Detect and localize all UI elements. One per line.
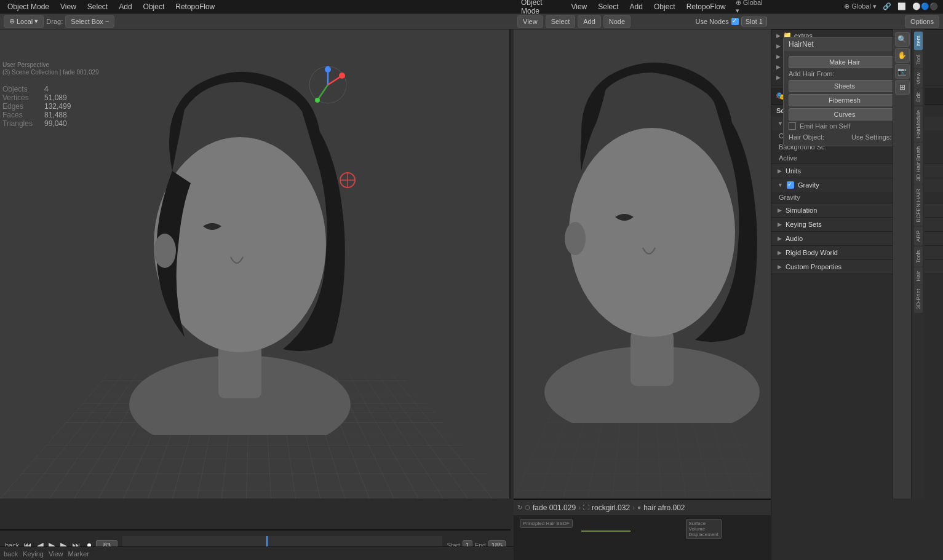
bc-rockgirl[interactable]: rockgirl.032 xyxy=(592,503,630,512)
head-3d-right xyxy=(538,42,766,423)
vtab-tools[interactable]: Tools xyxy=(914,246,923,267)
transform-local-btn[interactable]: ⊕ Local ▾ xyxy=(4,15,44,28)
viewport-perspective-label: User Perspective xyxy=(2,61,49,68)
back-btn[interactable]: back xyxy=(4,550,18,558)
bottom-bar-left: back Keying View Marker xyxy=(0,546,514,560)
vtab-tool[interactable]: Tool xyxy=(914,51,923,69)
viewport-left[interactable]: User Perspective (3) Scene Collection | … xyxy=(0,30,511,499)
menu-retopoflow[interactable]: RetopoFlow xyxy=(170,1,220,12)
node-principled[interactable]: Principled Hair BSDF xyxy=(520,519,573,528)
units-collapse-arrow: ▶ xyxy=(778,168,782,174)
vtab-edit[interactable]: Edit xyxy=(914,89,923,106)
make-hair-btn[interactable]: Make Hair xyxy=(789,56,901,68)
menu-add-r[interactable]: Add xyxy=(625,1,648,12)
hair-icon-bc: ● xyxy=(637,504,641,511)
marker-btn[interactable]: Marker xyxy=(68,550,89,558)
beard-expand: ▶ xyxy=(776,43,781,49)
menu-object[interactable]: Object xyxy=(138,1,170,12)
svg-point-14 xyxy=(315,98,320,103)
toolbar-search-btn[interactable]: 🔍 xyxy=(895,32,910,47)
toolbar-hand-btn[interactable]: ✋ xyxy=(895,48,910,63)
gravity-section-title: Gravity xyxy=(798,181,819,189)
custom-props-title: Custom Properties xyxy=(786,263,842,270)
select-btn-r[interactable]: Select xyxy=(546,15,576,28)
node-toolbar: ↻ ⬡ fade 001.029 › ⛶ rockgirl.032 › ● ha… xyxy=(514,500,771,516)
vtab-3dhairbrush[interactable]: 3D Hair Brush xyxy=(914,143,923,185)
gravity-field-label: Gravity xyxy=(779,194,800,201)
emit-hair-checkbox[interactable] xyxy=(789,122,796,130)
vtab-hair[interactable]: Hair xyxy=(914,267,923,285)
hairnet-panel-content: Make Hair Add Hair From: Sheets Fibermes… xyxy=(784,51,905,146)
sim-collapse-arrow: ▶ xyxy=(778,207,782,213)
menu-object-mode-r[interactable]: Object Mode xyxy=(516,0,565,17)
menu-view[interactable]: View xyxy=(55,1,81,12)
hair-object-row: Hair Object: Use Settings: xyxy=(789,133,901,141)
mesh-icon: ⬡ xyxy=(525,504,530,511)
bc-hairafro[interactable]: hair afro.002 xyxy=(643,503,685,512)
bc-fade001[interactable]: fade 001.029 xyxy=(533,503,576,512)
add-btn-r[interactable]: Add xyxy=(578,15,601,28)
gravity-checkbox[interactable] xyxy=(787,181,794,189)
node-canvas[interactable]: Principled Hair BSDF Surface Volume Disp… xyxy=(514,516,771,560)
top-menubar-left: Object Mode View Select Add Object Retop… xyxy=(0,0,943,14)
beard003-expand: ▶ xyxy=(776,74,781,81)
keying-sets-title: Keying Sets xyxy=(786,221,822,228)
beard002-expand: ▶ xyxy=(776,64,781,70)
toolbar-grid-btn[interactable]: ⊞ xyxy=(895,80,910,95)
extras-expand: ▶ xyxy=(776,33,781,39)
menu-object-r[interactable]: Object xyxy=(649,1,680,12)
svg-text:Z: Z xyxy=(326,65,329,70)
ks-collapse-arrow: ▶ xyxy=(778,221,782,227)
sheets-btn[interactable]: Sheets xyxy=(789,80,901,92)
vtab-item[interactable]: Item xyxy=(914,32,923,50)
right-toolbar: 🔍 ✋ 📷 ⊞ xyxy=(893,30,911,499)
transform-icon: ⊕ xyxy=(9,17,15,25)
audio-collapse-arrow: ▶ xyxy=(778,235,782,242)
select-box-btn[interactable]: Select Box ~ xyxy=(65,15,114,28)
viewport-right[interactable] xyxy=(514,30,771,499)
scene-collapse-arrow: ▼ xyxy=(778,120,783,127)
units-section-title: Units xyxy=(786,167,801,175)
curves-btn[interactable]: Curves xyxy=(789,108,901,120)
rb-collapse-arrow: ▶ xyxy=(778,250,782,256)
menu-select-r[interactable]: Select xyxy=(593,1,623,12)
node-output[interactable]: Surface Volume Displacement xyxy=(686,519,722,539)
svg-point-18 xyxy=(565,222,586,255)
beard001-expand: ▶ xyxy=(776,53,781,60)
svg-line-13 xyxy=(317,85,328,100)
menu-object-mode[interactable]: Object Mode xyxy=(2,1,54,12)
hairnet-panel-header: HairNet ✕ xyxy=(784,37,905,51)
gravity-collapse-arrow: ▼ xyxy=(778,182,783,188)
cp-collapse-arrow: ▶ xyxy=(778,264,782,270)
fibermesh-btn[interactable]: Fibermesh xyxy=(789,94,901,106)
drag-label: Drag: xyxy=(46,18,63,25)
use-nodes-checkbox[interactable] xyxy=(731,18,739,25)
toolbar-camera-btn[interactable]: 📷 xyxy=(895,64,910,79)
view-bottom-btn[interactable]: View xyxy=(49,550,63,558)
keying-btn[interactable]: Keying xyxy=(23,550,44,558)
vtab-hairmodule[interactable]: HairModule xyxy=(914,106,923,142)
vtab-arp[interactable]: ARP xyxy=(914,227,923,246)
node-editor-bottom: ↻ ⬡ fade 001.029 › ⛶ rockgirl.032 › ● ha… xyxy=(514,499,771,560)
header-toolbar-left: ⊕ Local ▾ Drag: Select Box ~ Options xyxy=(0,14,943,30)
vertical-tabs: Item Tool View Edit HairModule 3D Hair B… xyxy=(911,30,925,499)
cycle-icon: ↻ xyxy=(517,504,522,511)
menu-view-r[interactable]: View xyxy=(566,1,592,12)
top-menubar-right: Object Mode View Select Add Object Retop… xyxy=(514,0,771,14)
vtab-bcfenhair[interactable]: BCFEN HAIR xyxy=(914,185,923,226)
node-btn-r[interactable]: Node xyxy=(603,15,631,28)
vtab-view[interactable]: View xyxy=(914,69,923,88)
vtab-3dprint[interactable]: 3D-Print xyxy=(914,285,923,313)
node-breadcrumb: ↻ ⬡ fade 001.029 › ⛶ rockgirl.032 › ● ha… xyxy=(517,503,685,512)
svg-point-17 xyxy=(569,128,735,337)
menu-retopoflow-r[interactable]: RetopoFlow xyxy=(682,1,731,12)
svg-point-12 xyxy=(339,73,345,79)
options-btn[interactable]: Options xyxy=(905,15,939,28)
orientation-gizmo[interactable]: Z xyxy=(306,63,349,106)
view-btn-r[interactable]: View xyxy=(517,15,543,28)
menu-select-left[interactable]: Select xyxy=(82,1,113,12)
stats-overlay: Objects4 Vertices51,089 Edges132,499 Fac… xyxy=(2,85,71,128)
slot-badge[interactable]: Slot 1 xyxy=(741,17,767,26)
menu-add[interactable]: Add xyxy=(114,1,137,12)
emit-hair-label: Emit Hair on Self xyxy=(800,122,851,130)
